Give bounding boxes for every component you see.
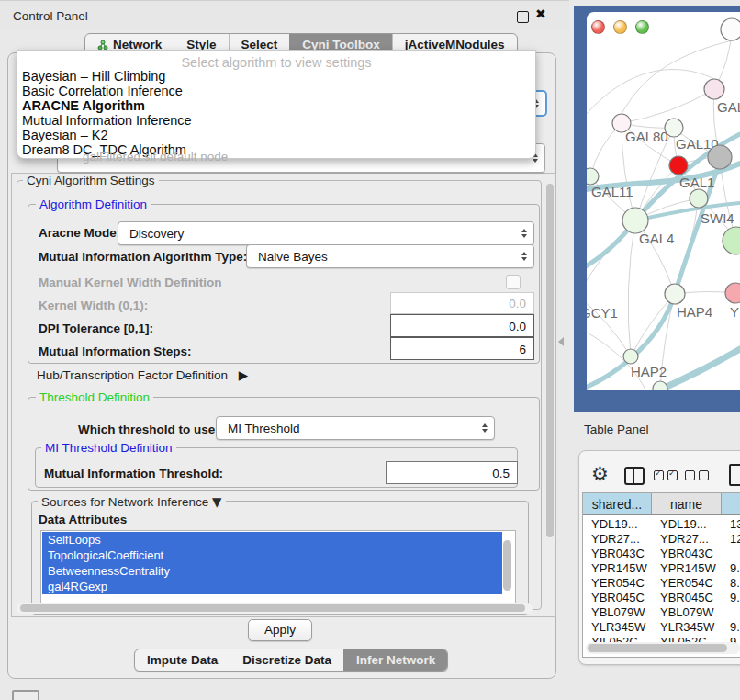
network-node-top-partial[interactable]	[721, 18, 740, 40]
algorithm-option[interactable]: Bayesian – Hill Climbing	[22, 69, 531, 84]
network-node-label: HAP4	[677, 304, 712, 320]
table-cell[interactable]: YBR043C	[583, 547, 652, 561]
table-cell[interactable]: YPR145W	[583, 561, 652, 576]
table-cell[interactable]: 12	[722, 532, 740, 547]
bottom-tab-discretize-data[interactable]: Discretize Data	[230, 649, 343, 671]
hub-definition-expander[interactable]: Hub/Transcription Factor Definition ▶	[37, 367, 248, 382]
table-horizontal-scrollbar[interactable]	[586, 642, 740, 654]
table-cell[interactable]: 9.	[722, 561, 740, 576]
bottom-tab-infer-network[interactable]: Infer Network	[343, 649, 447, 671]
network-node-gal1[interactable]	[669, 156, 688, 175]
network-node-y[interactable]	[725, 283, 740, 303]
mi-algorithm-type-label: Mutual Information Algorithm Type:	[39, 250, 247, 264]
table-cell[interactable]: YBL079W	[652, 605, 722, 620]
mi-threshold-label: Mutual Information Threshold:	[44, 467, 223, 480]
table-cell[interactable]: YDR27...	[583, 532, 652, 547]
attribute-list-item[interactable]: SelfLoops	[42, 532, 502, 548]
table-cell[interactable]: YDL19...	[652, 517, 722, 532]
mi-algorithm-type-select[interactable]: Naive Bayes	[246, 244, 534, 268]
algorithm-option[interactable]: Bayesian – K2	[22, 128, 531, 142]
spinner-arrows-icon	[482, 423, 488, 433]
new-table-icon[interactable]	[729, 464, 740, 486]
table-cell[interactable]: 9.	[722, 620, 740, 635]
aracne-mode-select[interactable]: Discovery	[118, 221, 534, 245]
network-node-gray-node[interactable]	[708, 145, 732, 169]
network-edge	[628, 220, 635, 356]
network-edge	[622, 40, 732, 114]
table-cell[interactable]: YBL079W	[583, 605, 652, 620]
float-window-button[interactable]	[517, 11, 529, 23]
table-cell[interactable]	[722, 547, 740, 561]
table-cell[interactable]: YLR345W	[583, 620, 652, 635]
network-node-label: GAL80	[625, 129, 668, 144]
column-header-shared[interactable]: shared...	[583, 493, 652, 515]
table-cell[interactable]: YPR145W	[652, 561, 722, 576]
network-canvas[interactable]: GALGAL80GAL10GAL1GAL11SWI4GAL4GCY1HAP4YH…	[587, 12, 740, 390]
table-cell[interactable]: YER054C	[652, 576, 722, 591]
table-cell[interactable]: YBR043C	[652, 547, 722, 561]
cyni-algorithm-settings-title: Cyni Algorithm Settings	[23, 174, 159, 187]
table-cell[interactable]: YLR345W	[652, 620, 722, 635]
manual-kernel-width-checkbox[interactable]	[506, 275, 521, 289]
attribute-list-item[interactable]: BetweennessCentrality	[42, 563, 502, 579]
column-header-name[interactable]: name	[652, 493, 722, 515]
network-view-window[interactable]: GALGAL80GAL10GAL1GAL11SWI4GAL4GCY1HAP4YH…	[587, 12, 740, 390]
algorithm-option[interactable]: Mutual Information Inference	[22, 113, 531, 128]
algorithm-option[interactable]: Basic Correlation Inference	[22, 84, 531, 98]
cyni-horizontal-scrollbar[interactable]	[17, 603, 533, 614]
network-node-big-green[interactable]	[723, 227, 740, 254]
collapse-down-icon: ▼	[212, 494, 221, 509]
network-node-label: SWI4	[701, 210, 734, 226]
cyni-vertical-scrollbar[interactable]	[544, 175, 555, 614]
network-node-hap4[interactable]	[665, 284, 685, 304]
network-icon	[97, 40, 108, 51]
split-columns-icon[interactable]	[624, 467, 645, 485]
network-node-gal11[interactable]	[587, 168, 599, 185]
table-cell[interactable]	[722, 605, 740, 620]
network-node-hap2[interactable]	[623, 349, 638, 364]
network-node-label: Y	[730, 304, 739, 320]
which-threshold-select[interactable]: MI Threshold	[216, 416, 495, 440]
mi-threshold-input[interactable]: 0.5	[386, 461, 518, 484]
gear-icon[interactable]: ⚙	[591, 465, 609, 483]
which-threshold-label: Which threshold to use:	[78, 423, 219, 436]
table-cell[interactable]: 9.	[722, 591, 740, 605]
network-node-gal[interactable]	[704, 79, 724, 99]
apply-button[interactable]: Apply	[248, 619, 312, 641]
table-cell[interactable]: 8.	[722, 576, 740, 591]
attribute-list-item[interactable]: TopologicalCoefficient	[42, 548, 502, 563]
sources-group-title[interactable]: Sources for Network Inference ▼	[38, 494, 226, 509]
hide-columns-icon[interactable]	[685, 470, 709, 480]
table-cell[interactable]: YDR27...	[652, 532, 722, 547]
table-cell[interactable]: YBR045C	[652, 591, 722, 605]
network-node-label: GAL4	[639, 231, 674, 246]
bottom-tab-label: Discretize Data	[242, 653, 331, 667]
network-node-swi4[interactable]	[690, 189, 708, 208]
network-node-gal10[interactable]	[665, 119, 683, 137]
column-header-a[interactable]: A	[722, 493, 740, 515]
mi-steps-input[interactable]: 6	[390, 337, 534, 360]
algorithm-option[interactable]: ARACNE Algorithm	[22, 98, 531, 113]
show-checked-columns-icon[interactable]	[654, 470, 678, 480]
mi-steps-label: Mutual Information Steps:	[39, 344, 192, 358]
table-cell[interactable]: 13	[722, 517, 740, 532]
table-cell[interactable]: YBR045C	[583, 591, 652, 605]
algorithm-dropdown-popup: Select algorithm to view settings Bayesi…	[17, 50, 536, 159]
network-node-label: GAL	[717, 99, 740, 115]
close-panel-button[interactable]: ✖	[535, 6, 546, 21]
network-node-gal4[interactable]	[622, 208, 648, 233]
table-cell[interactable]: YER054C	[583, 576, 652, 591]
dpi-tolerance-input[interactable]: 0.0	[390, 314, 534, 337]
docked-panel-icon[interactable]	[12, 690, 39, 700]
attribute-list-item[interactable]: gal4RGexp	[42, 579, 502, 594]
network-node-label: GAL1	[679, 175, 714, 190]
bottom-tab-impute-data[interactable]: Impute Data	[135, 649, 230, 671]
table-cell[interactable]: YDL19...	[583, 517, 652, 532]
aracne-mode-label: Aracne Mode:	[39, 226, 120, 240]
data-attributes-list[interactable]: SelfLoopsTopologicalCoefficientBetweenne…	[40, 530, 516, 604]
splitter-collapse-arrow[interactable]	[558, 337, 564, 346]
list-vertical-scrollbar[interactable]	[503, 540, 511, 591]
kernel-width-input[interactable]: 0.0	[390, 292, 534, 314]
bottom-tabbar: Impute DataDiscretize DataInfer Network	[134, 649, 448, 672]
network-node-bot-small[interactable]	[653, 381, 667, 390]
